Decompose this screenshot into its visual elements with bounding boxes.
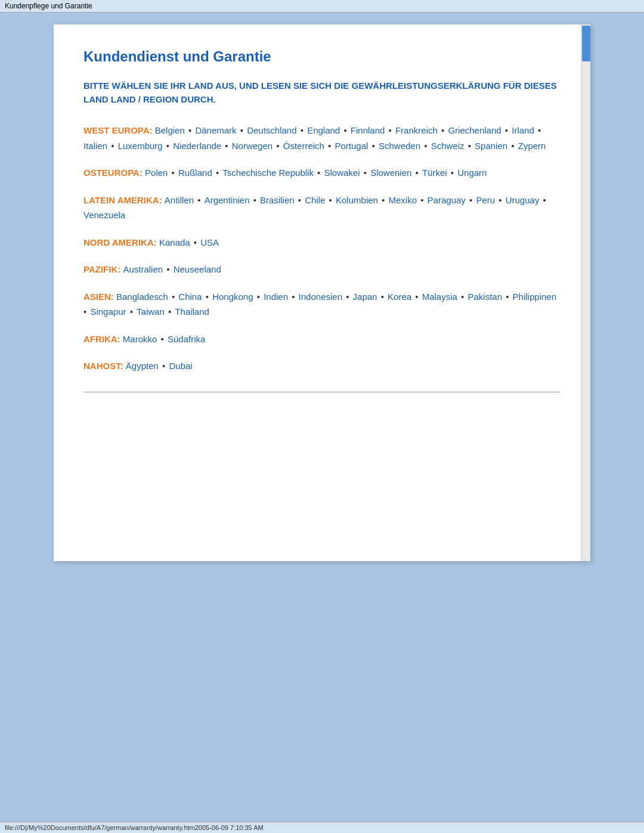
- country-link-malaysia[interactable]: Malaysia: [422, 292, 457, 302]
- country-link-kanada[interactable]: Kanada: [159, 237, 190, 247]
- country-link-korea[interactable]: Korea: [388, 292, 411, 302]
- separator: •: [361, 168, 370, 178]
- region-block-asien: ASIEN: Bangladesch • China • Hongkong • …: [83, 289, 561, 320]
- country-link-südafrika[interactable]: Südafrika: [168, 334, 205, 344]
- country-link-norwegen[interactable]: Norwegen: [232, 141, 273, 151]
- country-link-england[interactable]: England: [307, 125, 340, 135]
- country-link-neuseeland[interactable]: Neuseeland: [174, 264, 221, 274]
- country-link-polen[interactable]: Polen: [145, 168, 168, 178]
- country-link-bangladesch[interactable]: Bangladesch: [116, 292, 168, 302]
- country-link-indonesien[interactable]: Indonesien: [299, 292, 342, 302]
- region-links-asien: Bangladesch • China • Hongkong • Indien …: [83, 292, 558, 317]
- separator: •: [83, 306, 89, 317]
- country-link-finnland[interactable]: Finnland: [351, 125, 385, 135]
- country-link-taiwan[interactable]: Taiwan: [137, 306, 165, 317]
- country-link-ägypten[interactable]: Ägypten: [126, 361, 159, 371]
- country-link-antillen[interactable]: Antillen: [165, 195, 194, 205]
- separator: •: [369, 141, 377, 151]
- separator: •: [186, 125, 194, 135]
- separator: •: [341, 125, 349, 135]
- region-block-nord-amerika: NORD AMERIKA: Kanada • USA: [83, 235, 561, 250]
- divider: [83, 392, 561, 392]
- country-link-griechenland[interactable]: Griechenland: [448, 125, 501, 135]
- separator: •: [203, 292, 212, 302]
- country-link-slowenien[interactable]: Slowenien: [370, 168, 411, 178]
- country-link-peru[interactable]: Peru: [476, 195, 495, 205]
- country-link-usa[interactable]: USA: [200, 237, 219, 247]
- country-link-deutschland[interactable]: Deutschland: [247, 125, 296, 135]
- country-link-indien[interactable]: Indien: [264, 292, 288, 302]
- country-link-philippinen[interactable]: Philippinen: [513, 292, 556, 302]
- country-link-österreich[interactable]: Österreich: [283, 141, 324, 151]
- separator: •: [289, 292, 298, 302]
- separator: •: [465, 141, 473, 151]
- region-label-nahost: NAHOST:: [83, 361, 126, 371]
- separator: •: [343, 292, 352, 302]
- country-link-schweiz[interactable]: Schweiz: [431, 141, 465, 151]
- country-link-tschechische-republik[interactable]: Tschechische Republik: [222, 168, 314, 178]
- country-link-frankreich[interactable]: Frankreich: [395, 125, 438, 135]
- separator: •: [164, 141, 172, 151]
- country-link-china[interactable]: China: [178, 292, 202, 302]
- separator: •: [503, 292, 512, 302]
- country-link-australien[interactable]: Australien: [123, 264, 163, 274]
- country-link-slowakei[interactable]: Slowakei: [324, 168, 360, 178]
- country-link-brasilien[interactable]: Brasilien: [260, 195, 295, 205]
- separator: •: [459, 292, 467, 302]
- scrollbar-thumb[interactable]: [582, 26, 590, 61]
- country-link-thailand[interactable]: Thailand: [175, 306, 209, 317]
- separator: •: [195, 195, 203, 205]
- separator: •: [413, 168, 421, 178]
- country-link-niederlande[interactable]: Niederlande: [173, 141, 221, 151]
- country-link-rußland[interactable]: Rußland: [178, 168, 212, 178]
- country-link-argentinien[interactable]: Argentinien: [205, 195, 250, 205]
- country-link-paraguay[interactable]: Paraguay: [428, 195, 466, 205]
- separator: •: [418, 195, 426, 205]
- browser-area: Kundendienst und Garantie BITTE WÄHLEN S…: [0, 13, 644, 822]
- country-link-türkei[interactable]: Türkei: [422, 168, 447, 178]
- separator: •: [298, 125, 306, 135]
- scrollbar[interactable]: [581, 24, 590, 561]
- country-link-portugal[interactable]: Portugal: [335, 141, 369, 151]
- country-link-belgien[interactable]: Belgien: [155, 125, 185, 135]
- title-bar: Kundenpflege und Garantie: [0, 0, 644, 13]
- region-block-nahost: NAHOST: Ägypten • Dubai: [83, 358, 561, 374]
- separator: •: [255, 292, 263, 302]
- country-link-ungarn[interactable]: Ungarn: [457, 168, 487, 178]
- region-block-afrika: AFRIKA: Marokko • Südafrika: [83, 332, 561, 347]
- title-bar-label: Kundenpflege und Garantie: [5, 2, 92, 10]
- separator: •: [296, 195, 304, 205]
- separator: •: [326, 141, 334, 151]
- country-link-marokko[interactable]: Marokko: [123, 334, 157, 344]
- separator: •: [413, 292, 421, 302]
- region-block-latein-amerika: LATEIN AMERIKA: Antillen • Argentinien •…: [83, 193, 561, 223]
- status-bar: file:///D|/My%20Documents/dfu/A7/german/…: [0, 822, 644, 833]
- region-label-asien: ASIEN:: [83, 292, 116, 302]
- country-link-japan[interactable]: Japan: [353, 292, 377, 302]
- country-link-irland[interactable]: Irland: [512, 125, 534, 135]
- country-link-spanien[interactable]: Spanien: [475, 141, 507, 151]
- country-link-dänemark[interactable]: Dänemark: [195, 125, 236, 135]
- country-link-venezuela[interactable]: Venezuela: [83, 210, 125, 220]
- separator: •: [222, 141, 231, 151]
- country-link-pakistan[interactable]: Pakistan: [467, 292, 502, 302]
- country-link-hongkong[interactable]: Hongkong: [212, 292, 253, 302]
- separator: •: [448, 168, 457, 178]
- country-link-zypern[interactable]: Zypern: [518, 141, 546, 151]
- country-link-dubai[interactable]: Dubai: [169, 361, 192, 371]
- page-container: Kundendienst und Garantie BITTE WÄHLEN S…: [54, 24, 590, 561]
- regions-container: WEST EUROPA: Belgien • Dänemark • Deutsc…: [83, 123, 561, 374]
- region-block-west-europa: WEST EUROPA: Belgien • Dänemark • Deutsc…: [83, 123, 561, 153]
- separator: •: [422, 141, 430, 151]
- country-link-mexiko[interactable]: Mexiko: [389, 195, 417, 205]
- separator: •: [191, 237, 200, 247]
- country-link-kolumbien[interactable]: Kolumbien: [336, 195, 378, 205]
- country-link-singapur[interactable]: Singapur: [90, 306, 126, 317]
- separator: •: [315, 168, 323, 178]
- separator: •: [169, 168, 177, 178]
- country-link-luxemburg[interactable]: Luxemburg: [118, 141, 163, 151]
- country-link-uruguay[interactable]: Uruguay: [506, 195, 540, 205]
- country-link-italien[interactable]: Italien: [83, 141, 107, 151]
- country-link-chile[interactable]: Chile: [305, 195, 325, 205]
- country-link-schweden[interactable]: Schweden: [379, 141, 420, 151]
